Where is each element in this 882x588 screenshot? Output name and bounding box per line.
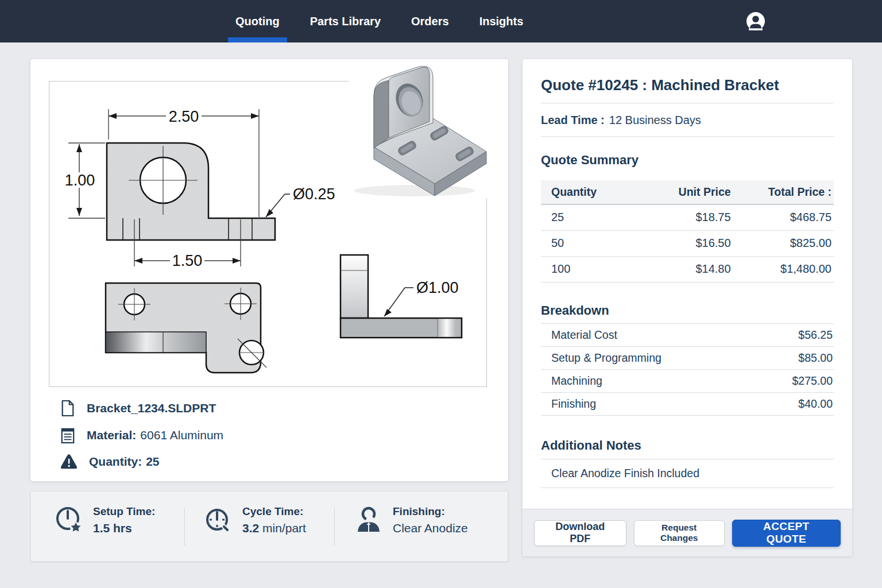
stat-finishing: Finishing: Clear Anodize bbox=[354, 505, 468, 535]
table-row: 25 $18.75 $468.75 bbox=[541, 204, 834, 230]
cell-total-price: $825.00 bbox=[734, 230, 834, 256]
divider bbox=[541, 103, 834, 103]
lead-time-value: 12 Business Days bbox=[609, 114, 701, 126]
download-pdf-button[interactable]: Download PDF bbox=[534, 520, 626, 546]
cell-unit-price: $18.75 bbox=[647, 204, 734, 230]
breakdown-row-machining: Machining $275.00 bbox=[541, 370, 834, 393]
material-value: 6061 Aluminum bbox=[140, 428, 223, 442]
dim-hole-large-label: Ø1.00 bbox=[416, 279, 459, 296]
quantity-row: Quantity:25 bbox=[60, 452, 160, 471]
additional-notes-text: Clear Anodize Finish Included bbox=[541, 459, 834, 488]
quantity-value: 25 bbox=[146, 455, 159, 468]
cell-quantity: 100 bbox=[541, 256, 647, 282]
dim-height-label: 1.00 bbox=[65, 172, 95, 189]
file-name: Bracket_1234.SLDPRT bbox=[87, 401, 216, 415]
finishing-label: Finishing: bbox=[393, 505, 468, 518]
quote-panel: Quote #10245 : Machined Bracket Lead Tim… bbox=[523, 59, 852, 556]
stat-setup-time: Setup Time: 1.5 hrs bbox=[54, 505, 155, 535]
stopwatch-icon bbox=[203, 505, 233, 535]
table-row: 100 $14.80 $1,480.00 bbox=[541, 256, 834, 282]
document-icon bbox=[60, 400, 75, 417]
accept-quote-button[interactable]: ACCEPT QUOTE bbox=[732, 520, 841, 547]
cell-quantity: 25 bbox=[541, 204, 647, 230]
top-nav: Quoting Parts Library Orders Insights bbox=[0, 0, 882, 42]
tab-insights-label: Insights bbox=[479, 15, 524, 28]
tab-parts-library[interactable]: Parts Library bbox=[303, 0, 388, 42]
tab-insights[interactable]: Insights bbox=[472, 0, 531, 42]
quote-actions: Download PDF Request Changes ACCEPT QUOT… bbox=[523, 509, 852, 556]
quote-title: Quote #10245 : Machined Bracket bbox=[541, 76, 834, 94]
material-label: Material: bbox=[87, 428, 136, 442]
breakdown-title: Breakdown bbox=[541, 303, 834, 318]
cell-unit-price: $16.50 bbox=[647, 230, 734, 256]
cell-total-price: $1,480.00 bbox=[734, 256, 834, 282]
cell-unit-price: $14.80 bbox=[647, 256, 734, 282]
breakdown-row-setup: Setup & Programming $85.00 bbox=[541, 347, 834, 370]
material-row: Material:6061 Aluminum bbox=[60, 425, 223, 445]
dim-width-label: 2.50 bbox=[169, 108, 199, 125]
tab-orders-label: Orders bbox=[411, 15, 449, 28]
warning-triangle-icon bbox=[60, 454, 78, 470]
clock-badge-icon bbox=[54, 505, 84, 535]
cell-quantity: 50 bbox=[541, 230, 647, 256]
cell-total-price: $468.75 bbox=[734, 204, 834, 230]
tab-parts-library-label: Parts Library bbox=[310, 15, 381, 28]
setup-time-label: Setup Time: bbox=[93, 505, 155, 518]
additional-notes-title: Additional Notes bbox=[541, 438, 834, 453]
setup-time-value: 1.5 hrs bbox=[93, 521, 155, 535]
col-total-price: Total Price : bbox=[734, 180, 834, 204]
file-name-row: Bracket_1234.SLDPRT bbox=[60, 399, 216, 418]
nav-tabs: Quoting Parts Library Orders Insights bbox=[228, 0, 531, 42]
stats-divider bbox=[184, 508, 185, 546]
stats-divider bbox=[334, 508, 335, 546]
active-tab-underline bbox=[228, 37, 287, 42]
table-header-row: Quantity Unit Price Total Price : bbox=[541, 180, 834, 204]
tab-quoting-label: Quoting bbox=[235, 15, 280, 28]
finishing-value: Clear Anodize bbox=[393, 521, 468, 535]
quantity-label: Quantity: bbox=[89, 455, 142, 468]
clipboard-icon bbox=[60, 427, 75, 444]
tab-orders[interactable]: Orders bbox=[404, 0, 457, 42]
divider bbox=[541, 136, 834, 137]
cycle-time-value: 3.2 min/part bbox=[242, 521, 306, 535]
technical-drawing: 2.50 1.00 1.50 Ø0.25 bbox=[49, 81, 487, 387]
bracket-3d-icon bbox=[349, 63, 491, 198]
dim-hole-small-label: Ø0.25 bbox=[293, 185, 335, 203]
table-row: 50 $16.50 $825.00 bbox=[541, 230, 834, 256]
part-3d-render bbox=[349, 63, 491, 198]
user-avatar-icon[interactable] bbox=[746, 11, 765, 31]
cycle-time-label: Cycle Time: bbox=[242, 505, 306, 518]
lead-time-label: Lead Time : bbox=[541, 114, 605, 126]
stat-cycle-time: Cycle Time: 3.2 min/part bbox=[203, 505, 306, 535]
breakdown-row-material: Material Cost $56.25 bbox=[541, 324, 834, 347]
request-changes-button[interactable]: Request Changes bbox=[634, 520, 725, 546]
quote-summary-title: Quote Summary bbox=[541, 153, 834, 168]
quote-summary-table: Quantity Unit Price Total Price : 25 $18… bbox=[541, 180, 834, 283]
operator-icon bbox=[354, 505, 384, 535]
col-quantity: Quantity bbox=[541, 180, 647, 204]
tab-quoting[interactable]: Quoting bbox=[228, 0, 287, 42]
dim-base-width-label: 1.50 bbox=[172, 252, 203, 269]
process-stats-bar: Setup Time: 1.5 hrs Cycle Time: 3.2 min/… bbox=[30, 491, 508, 562]
lead-time: Lead Time :12 Business Days bbox=[541, 114, 834, 127]
breakdown-row-finishing: Finishing $40.00 bbox=[541, 393, 834, 416]
part-panel: 2.50 1.00 1.50 Ø0.25 bbox=[30, 59, 508, 481]
col-unit-price: Unit Price bbox=[647, 180, 734, 204]
